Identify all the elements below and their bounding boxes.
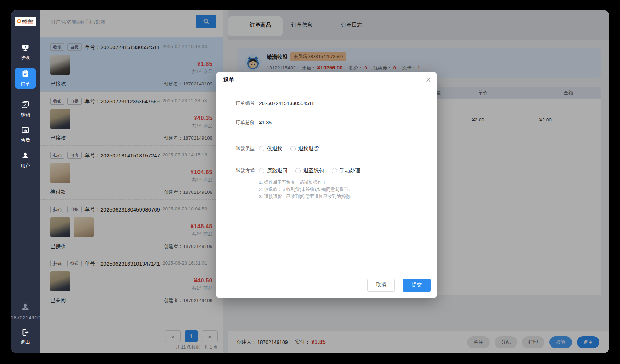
sidebar-user-id: 18702149109	[11, 314, 40, 321]
sidebar-nav: ¥ 收银 订单 核销 售后 用户	[11, 42, 40, 170]
refund-modal: 退单 订单编号 20250724151330554511 订单总价 ¥1.85 …	[216, 72, 437, 298]
user-icon	[21, 151, 30, 161]
refund-note: 1. 操作后不可恢复、请谨慎操作！	[259, 179, 437, 186]
brand-logo: 欧亚商务 OUYA SHANGWU	[15, 17, 36, 26]
sidebar-item-aftersale[interactable]: 售后	[11, 125, 40, 145]
app-window: 欧亚商务 OUYA SHANGWU ¥ 收银 订单 核销	[11, 10, 609, 353]
refund-type-label: 退款类型	[236, 145, 256, 152]
sidebar-item-label: 售后	[21, 137, 30, 144]
sidebar-item-verify[interactable]: 核销	[11, 99, 40, 119]
refund-type-row: 退款类型 仅退款 退款退货	[236, 145, 437, 152]
sidebar-item-label: 用户	[21, 163, 30, 169]
logo-subtitle: OUYA SHANGWU	[22, 22, 33, 24]
radio-refund-only[interactable]: 仅退款	[259, 145, 283, 152]
refund-method-label: 退款方式	[236, 167, 256, 174]
modal-order-no-row: 订单编号 20250724151330554511	[236, 99, 437, 107]
sidebar-item-users[interactable]: 用户	[11, 150, 40, 170]
radio-icon	[295, 168, 301, 173]
return-box-icon	[21, 126, 30, 136]
order-no-value: 20250724151330554511	[259, 100, 314, 106]
radio-manual[interactable]: 手动处理	[332, 167, 360, 174]
app-stage: 欧亚商务 OUYA SHANGWU ¥ 收银 订单 核销	[0, 0, 620, 364]
close-button[interactable]	[425, 77, 431, 83]
logo-ring-icon	[17, 19, 21, 25]
modal-divider	[216, 136, 437, 136]
radio-icon	[332, 168, 337, 173]
sidebar-item-label: 订单	[21, 81, 30, 87]
sidebar-item-label: 核销	[21, 111, 30, 118]
refund-notes: 1. 操作后不可恢复、请谨慎操作！ 2. 仅退款：未收到货(未签收),协商同意前…	[259, 179, 437, 200]
radio-refund-return[interactable]: 退款退货	[290, 145, 319, 152]
sidebar-current-user: 18702149109	[11, 302, 40, 321]
logout-icon	[21, 328, 30, 338]
refund-modal-header: 退单	[216, 72, 437, 87]
radio-icon	[290, 146, 296, 151]
modal-total-row: 订单总价 ¥1.85	[236, 119, 437, 126]
logout-button[interactable]: 退出	[11, 328, 40, 345]
refund-note: 2. 仅退款：未收到货(未签收),协商同意前提下。	[259, 186, 437, 193]
order-no-label: 订单编号	[236, 100, 256, 106]
sidebar-item-label: 收银	[21, 54, 30, 61]
submit-button[interactable]: 提交	[403, 279, 431, 292]
refund-modal-footer: 取消 提交	[216, 272, 437, 298]
refund-method-row: 退款方式 原路退回 退至钱包 手动处理	[236, 167, 437, 175]
sidebar-item-cashier[interactable]: ¥ 收银	[11, 42, 40, 62]
radio-icon	[259, 168, 264, 173]
check-squares-icon	[21, 100, 30, 110]
radio-icon	[259, 146, 264, 151]
close-icon	[425, 78, 431, 84]
cancel-button[interactable]: 取消	[367, 279, 395, 292]
sidebar: 欧亚商务 OUYA SHANGWU ¥ 收银 订单 核销	[11, 10, 40, 353]
radio-to-wallet[interactable]: 退至钱包	[295, 167, 324, 174]
logout-label: 退出	[21, 339, 30, 345]
cash-register-icon: ¥	[21, 43, 30, 53]
refund-modal-title: 退单	[216, 72, 437, 87]
order-total-value: ¥1.85	[259, 120, 272, 125]
svg-text:¥: ¥	[24, 45, 26, 48]
radio-original-route[interactable]: 原路退回	[259, 167, 288, 174]
refund-note: 3. 退款退货：已收到货,需要退换已收到的货物。	[259, 193, 437, 200]
clipboard-icon	[21, 69, 30, 79]
avatar-icon	[21, 307, 30, 313]
sidebar-item-orders[interactable]: 订单	[15, 68, 36, 89]
order-total-label: 订单总价	[236, 119, 256, 126]
